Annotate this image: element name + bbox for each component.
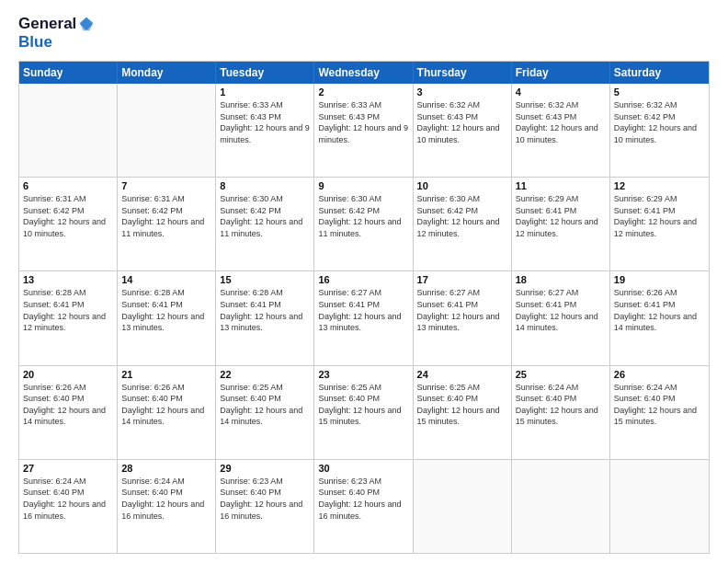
calendar-cell: 17Sunrise: 6:27 AM Sunset: 6:41 PM Dayli…: [414, 271, 512, 364]
calendar-cell: 7Sunrise: 6:31 AM Sunset: 6:42 PM Daylig…: [118, 178, 216, 270]
day-info: Sunrise: 6:27 AM Sunset: 6:41 PM Dayligh…: [318, 287, 408, 333]
day-number: 29: [220, 463, 310, 474]
calendar-cell: 9Sunrise: 6:30 AM Sunset: 6:42 PM Daylig…: [314, 178, 413, 270]
calendar-cell: 29Sunrise: 6:23 AM Sunset: 6:40 PM Dayli…: [216, 460, 314, 553]
calendar-week: 20Sunrise: 6:26 AM Sunset: 6:40 PM Dayli…: [19, 366, 709, 460]
day-info: Sunrise: 6:24 AM Sunset: 6:40 PM Dayligh…: [121, 476, 211, 522]
day-number: 28: [121, 463, 211, 474]
calendar-cell: 21Sunrise: 6:26 AM Sunset: 6:40 PM Dayli…: [118, 366, 216, 459]
day-info: Sunrise: 6:28 AM Sunset: 6:41 PM Dayligh…: [121, 287, 211, 333]
calendar-header-row: SundayMondayTuesdayWednesdayThursdayFrid…: [19, 62, 709, 84]
calendar-cell: 6Sunrise: 6:31 AM Sunset: 6:42 PM Daylig…: [19, 178, 118, 270]
day-info: Sunrise: 6:26 AM Sunset: 6:40 PM Dayligh…: [23, 382, 113, 428]
calendar-cell: 15Sunrise: 6:28 AM Sunset: 6:41 PM Dayli…: [216, 271, 314, 364]
day-info: Sunrise: 6:25 AM Sunset: 6:40 PM Dayligh…: [220, 382, 310, 428]
day-info: Sunrise: 6:31 AM Sunset: 6:42 PM Dayligh…: [23, 193, 113, 239]
calendar-cell: 18Sunrise: 6:27 AM Sunset: 6:41 PM Dayli…: [512, 271, 610, 364]
day-info: Sunrise: 6:27 AM Sunset: 6:41 PM Dayligh…: [516, 287, 606, 333]
day-number: 3: [417, 86, 507, 98]
day-info: Sunrise: 6:32 AM Sunset: 6:43 PM Dayligh…: [417, 99, 507, 145]
day-number: 23: [318, 369, 408, 380]
day-info: Sunrise: 6:25 AM Sunset: 6:40 PM Dayligh…: [417, 382, 507, 428]
calendar-cell: 20Sunrise: 6:26 AM Sunset: 6:40 PM Dayli…: [19, 366, 118, 459]
calendar-cell: [19, 84, 118, 177]
day-number: 1: [220, 86, 310, 98]
calendar-cell: 26Sunrise: 6:24 AM Sunset: 6:40 PM Dayli…: [610, 366, 709, 459]
logo-icon: [78, 16, 95, 32]
calendar-cell: 4Sunrise: 6:32 AM Sunset: 6:43 PM Daylig…: [512, 84, 610, 177]
calendar-cell: 16Sunrise: 6:27 AM Sunset: 6:41 PM Dayli…: [314, 271, 413, 364]
day-number: 4: [516, 86, 606, 98]
day-number: 24: [417, 369, 507, 380]
day-info: Sunrise: 6:33 AM Sunset: 6:43 PM Dayligh…: [318, 99, 408, 145]
calendar-cell: 13Sunrise: 6:28 AM Sunset: 6:41 PM Dayli…: [19, 271, 118, 364]
day-number: 10: [417, 180, 507, 191]
day-info: Sunrise: 6:32 AM Sunset: 6:42 PM Dayligh…: [614, 99, 705, 145]
calendar-cell: [414, 460, 512, 553]
day-number: 5: [614, 86, 705, 98]
day-number: 7: [121, 180, 211, 191]
calendar-header-cell: Thursday: [414, 62, 512, 84]
calendar-cell: 28Sunrise: 6:24 AM Sunset: 6:40 PM Dayli…: [118, 460, 216, 553]
day-number: 13: [23, 274, 113, 285]
day-number: 14: [121, 274, 211, 285]
day-number: 17: [417, 274, 507, 285]
day-info: Sunrise: 6:23 AM Sunset: 6:40 PM Dayligh…: [318, 476, 408, 522]
day-number: 9: [318, 180, 408, 191]
day-number: 27: [23, 463, 113, 474]
day-number: 11: [516, 180, 606, 191]
svg-marker-1: [80, 17, 93, 30]
day-info: Sunrise: 6:24 AM Sunset: 6:40 PM Dayligh…: [516, 382, 606, 428]
calendar-cell: 2Sunrise: 6:33 AM Sunset: 6:43 PM Daylig…: [314, 84, 413, 177]
calendar-week: 1Sunrise: 6:33 AM Sunset: 6:43 PM Daylig…: [19, 84, 709, 178]
day-info: Sunrise: 6:30 AM Sunset: 6:42 PM Dayligh…: [417, 193, 507, 239]
calendar-cell: 22Sunrise: 6:25 AM Sunset: 6:40 PM Dayli…: [216, 366, 314, 459]
day-info: Sunrise: 6:29 AM Sunset: 6:41 PM Dayligh…: [614, 193, 705, 239]
day-number: 22: [220, 369, 310, 380]
day-info: Sunrise: 6:33 AM Sunset: 6:43 PM Dayligh…: [220, 99, 310, 145]
day-info: Sunrise: 6:26 AM Sunset: 6:41 PM Dayligh…: [614, 287, 705, 333]
calendar-week: 27Sunrise: 6:24 AM Sunset: 6:40 PM Dayli…: [19, 460, 709, 553]
day-info: Sunrise: 6:23 AM Sunset: 6:40 PM Dayligh…: [220, 476, 310, 522]
calendar-header-cell: Friday: [512, 62, 610, 84]
calendar-cell: 24Sunrise: 6:25 AM Sunset: 6:40 PM Dayli…: [414, 366, 512, 459]
calendar-cell: 10Sunrise: 6:30 AM Sunset: 6:42 PM Dayli…: [414, 178, 512, 270]
calendar-header-cell: Sunday: [19, 62, 118, 84]
day-number: 16: [318, 274, 408, 285]
day-info: Sunrise: 6:24 AM Sunset: 6:40 PM Dayligh…: [23, 476, 113, 522]
day-info: Sunrise: 6:24 AM Sunset: 6:40 PM Dayligh…: [614, 382, 705, 428]
calendar-week: 13Sunrise: 6:28 AM Sunset: 6:41 PM Dayli…: [19, 271, 709, 365]
day-number: 2: [318, 86, 408, 98]
calendar: SundayMondayTuesdayWednesdayThursdayFrid…: [18, 61, 710, 554]
calendar-week: 6Sunrise: 6:31 AM Sunset: 6:42 PM Daylig…: [19, 178, 709, 271]
calendar-cell: [610, 460, 709, 553]
calendar-header-cell: Tuesday: [216, 62, 314, 84]
calendar-cell: 25Sunrise: 6:24 AM Sunset: 6:40 PM Dayli…: [512, 366, 610, 459]
calendar-cell: 19Sunrise: 6:26 AM Sunset: 6:41 PM Dayli…: [610, 271, 709, 364]
day-info: Sunrise: 6:28 AM Sunset: 6:41 PM Dayligh…: [220, 287, 310, 333]
day-info: Sunrise: 6:32 AM Sunset: 6:43 PM Dayligh…: [516, 99, 606, 145]
day-number: 19: [614, 274, 705, 285]
calendar-body: 1Sunrise: 6:33 AM Sunset: 6:43 PM Daylig…: [19, 84, 709, 553]
calendar-cell: 30Sunrise: 6:23 AM Sunset: 6:40 PM Dayli…: [314, 460, 413, 553]
day-info: Sunrise: 6:30 AM Sunset: 6:42 PM Dayligh…: [220, 193, 310, 239]
calendar-cell: 27Sunrise: 6:24 AM Sunset: 6:40 PM Dayli…: [19, 460, 118, 553]
day-number: 12: [614, 180, 705, 191]
calendar-cell: 3Sunrise: 6:32 AM Sunset: 6:43 PM Daylig…: [414, 84, 512, 177]
day-number: 18: [516, 274, 606, 285]
calendar-cell: 8Sunrise: 6:30 AM Sunset: 6:42 PM Daylig…: [216, 178, 314, 270]
calendar-cell: 11Sunrise: 6:29 AM Sunset: 6:41 PM Dayli…: [512, 178, 610, 270]
day-number: 25: [516, 369, 606, 380]
day-info: Sunrise: 6:29 AM Sunset: 6:41 PM Dayligh…: [516, 193, 606, 239]
calendar-header-cell: Monday: [118, 62, 216, 84]
day-number: 15: [220, 274, 310, 285]
day-info: Sunrise: 6:30 AM Sunset: 6:42 PM Dayligh…: [318, 193, 408, 239]
day-number: 21: [121, 369, 211, 380]
calendar-header-cell: Wednesday: [314, 62, 413, 84]
calendar-cell: [512, 460, 610, 553]
day-info: Sunrise: 6:28 AM Sunset: 6:41 PM Dayligh…: [23, 287, 113, 333]
day-info: Sunrise: 6:31 AM Sunset: 6:42 PM Dayligh…: [121, 193, 211, 239]
day-number: 6: [23, 180, 113, 191]
day-info: Sunrise: 6:27 AM Sunset: 6:41 PM Dayligh…: [417, 287, 507, 333]
day-info: Sunrise: 6:26 AM Sunset: 6:40 PM Dayligh…: [121, 382, 211, 428]
